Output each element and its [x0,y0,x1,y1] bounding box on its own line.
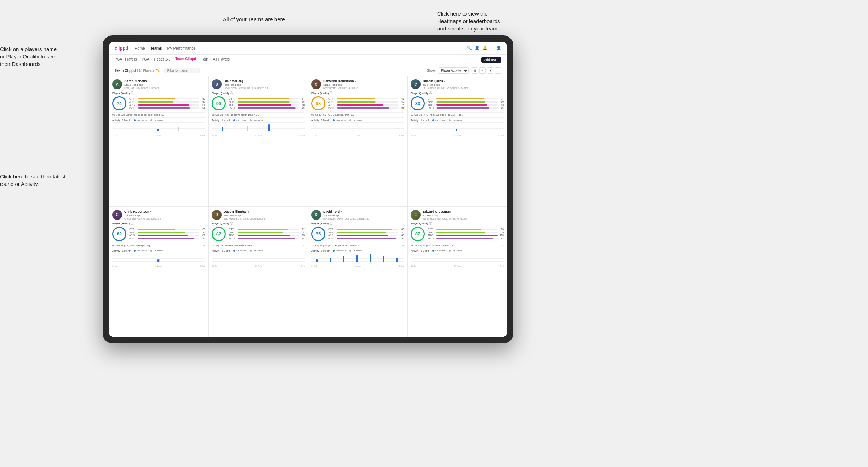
avatar-chris[interactable]: C [112,210,122,220]
player-header-aaron: A Aaron Nicholls 11:15 Handicap Drift Go… [112,79,205,89]
tablet-screen: clippd Home Teams My Performance 🔍 👤 🔔 ⊕… [109,42,507,337]
search-input[interactable] [164,68,200,73]
player-club-charlie: St. George's Hill GC - Weybridge - Surre… [423,87,504,89]
player-card-chris: C Chris Robertson ● 1:5 Handicap Craigmi… [109,207,209,337]
avatar-blair[interactable]: B [212,79,222,89]
sort-button[interactable]: ↕ [495,67,501,74]
latest-round-blair[interactable]: 26 Aug 23 | 73 (+1), Royal North Devon G… [212,112,305,118]
player-grid: A Aaron Nicholls 11:15 Handicap Drift Go… [109,76,507,337]
player-name-aaron[interactable]: Aaron Nicholls [124,79,205,83]
latest-round-edward[interactable]: 18 Jul 23 | 74 (+4), Sunningdale GC - Ol… [411,243,504,248]
player-card-charlie: C Charlie Quick ● 6:10 Handicap St. Geor… [407,76,507,207]
user-avatar-icon[interactable]: 👤 [496,46,501,50]
list-view-button[interactable]: ≡ [479,67,486,74]
player-club-dave: Sag Maging Golf Club, United Kingdom [224,217,305,220]
player-club-david: Royal North Devon Golf Club, United Kin.… [323,217,404,220]
player-club-cameron: Royal Perth Golf Club, Australia [323,87,404,89]
nav-icons: 🔍 👤 🔔 ⊕ 👤 [467,46,501,50]
edit-icon[interactable]: ✏️ [156,69,160,72]
player-club-edward: Sunningdale Golf Club, United Kingdom [423,217,504,220]
player-name-dave[interactable]: Dave Billingham [224,210,305,213]
grid-view-button[interactable]: ⊞ [472,67,478,74]
view-icons: ⊞ ≡ ▼ ↕ [472,67,501,74]
latest-round-david[interactable]: 26 Aug 23 | 84 (+12), Royal North Devon … [311,243,404,248]
quality-score-cameron[interactable]: 68 [311,96,325,110]
player-card-cameron: C Cameron Robertson ● 11:15 Handicap Roy… [308,76,407,207]
player-hcp-edward: 1:5 Handicap [423,214,504,217]
nav-bar: clippd Home Teams My Performance 🔍 👤 🔔 ⊕… [109,42,507,55]
filter-button[interactable]: ▼ [487,67,493,74]
player-hcp-cameron: 11:15 Handicap [323,83,404,86]
player-hcp-david: 1:5 Handicap [323,214,404,217]
player-name-david[interactable]: David Ford ● [323,210,404,213]
subnav-tour[interactable]: Tour [201,57,208,62]
avatar-aaron[interactable]: A [112,79,122,89]
player-hcp-chris: 1:5 Handicap [124,214,205,217]
player-card-david: D David Ford ● 1:5 Handicap Royal North … [308,207,407,337]
quality-score-david[interactable]: 85 [311,227,325,241]
player-card-dave: D Dave Billingham Plus Handicap Sag Magi… [209,207,308,337]
app-logo: clippd [115,45,128,51]
bell-icon[interactable]: 🔔 [482,46,487,50]
player-name-chris[interactable]: Chris Robertson ● [124,210,205,213]
add-team-button[interactable]: Add Team [481,57,501,63]
search-icon[interactable]: 🔍 [467,46,472,50]
show-select[interactable]: Player Activity [438,67,469,74]
team-title: Team Clippd [115,69,136,73]
settings-icon[interactable]: ⊕ [490,46,493,50]
profile-icon[interactable]: 👤 [475,46,480,50]
player-name-cameron[interactable]: Cameron Robertson ● [323,79,404,83]
avatar-cameron[interactable]: C [311,79,321,89]
quality-score-dave[interactable]: 87 [212,227,226,241]
nav-performance[interactable]: My Performance [167,46,196,50]
team-header: Team Clippd | 14 Players ✏️ Show: Player… [109,65,507,76]
latest-round-aaron[interactable]: 02 Sep 23 | Sunset round to get back int… [112,112,205,118]
latest-round-dave[interactable]: 04 Sep 23 | Mobility with coach, Gym → [212,243,305,248]
quality-score-chris[interactable]: 82 [112,227,126,241]
player-club-chris: Craigmillar Park, United Kingdom [124,217,205,220]
player-hcp-blair: Plus Handicap [224,83,305,86]
player-card-aaron: A Aaron Nicholls 11:15 Handicap Drift Go… [109,76,209,207]
annotation-heatmaps: Click here to view the Heatmaps or leade… [437,10,500,32]
quality-score-aaron[interactable]: 74 [112,96,126,110]
player-hcp-aaron: 11:15 Handicap [124,83,205,86]
player-hcp-dave: Plus Handicap [224,214,305,217]
annotation-player-name: Click on a players name or Player Qualit… [0,45,57,68]
avatar-dave[interactable]: D [212,210,222,220]
player-card-edward: E Edward Crossman 1:5 Handicap Sunningda… [407,207,507,337]
avatar-david[interactable]: D [311,210,321,220]
player-club-blair: Royal North Devon Golf Club, United Kin.… [224,87,305,89]
nav-home[interactable]: Home [135,46,145,50]
avatar-charlie[interactable]: C [411,79,421,89]
player-card-blair: B Blair McHarg Plus Handicap Royal North… [209,76,308,207]
latest-round-chris[interactable]: 05 Mar 23 | 19, Must make putting → [112,243,205,248]
player-hcp-charlie: 6:10 Handicap [423,83,504,86]
annotation-latest-round: Click here to see their latest round or … [0,173,65,188]
nav-teams[interactable]: Teams [150,46,162,50]
subnav-all-players[interactable]: All Players [213,57,230,62]
quality-score-edward[interactable]: 87 [411,227,425,241]
subnav-hcaps[interactable]: Hcaps 1-5 [154,57,171,62]
avatar-edward[interactable]: E [411,210,421,220]
subnav-pgat[interactable]: PGAT Players [115,57,137,62]
quality-label-aaron: Player Quality ⓘ [112,91,205,95]
player-name-blair[interactable]: Blair McHarg [224,79,305,83]
subnav-team-clippd[interactable]: Team Clippd [175,57,196,62]
latest-round-cameron[interactable]: 02 Jul 23 | 59 (+1), Craigmillar Park GC… [311,112,404,118]
show-label: Show: [427,69,436,72]
quality-score-blair[interactable]: 93 [212,96,226,110]
player-club-aaron: Drift Golf Club, United Kingdom [124,87,205,89]
tablet-frame: clippd Home Teams My Performance 🔍 👤 🔔 ⊕… [103,35,513,343]
quality-score-charlie[interactable]: 83 [411,96,425,110]
quality-section-aaron: 74 OTT60 APP58 ARG84 PUTT85 [112,96,205,110]
player-name-charlie[interactable]: Charlie Quick ● [423,79,504,83]
player-name-edward[interactable]: Edward Crossman [423,210,504,213]
annotation-teams: All of your Teams are here. [223,16,286,23]
subnav-pga[interactable]: PGA [142,57,149,62]
quality-stats-aaron: OTT60 APP58 ARG84 PUTT85 [129,98,205,109]
team-count: | 14 Players [137,69,154,72]
latest-round-charlie[interactable]: 07 Aug 23 | 77 (+7), St George's Hill GC… [411,112,504,118]
sub-nav: PGAT Players PGA Hcaps 1-5 Team Clippd T… [109,55,507,65]
activity-aaron: Activity · 1 Month On course Off course [112,119,205,204]
